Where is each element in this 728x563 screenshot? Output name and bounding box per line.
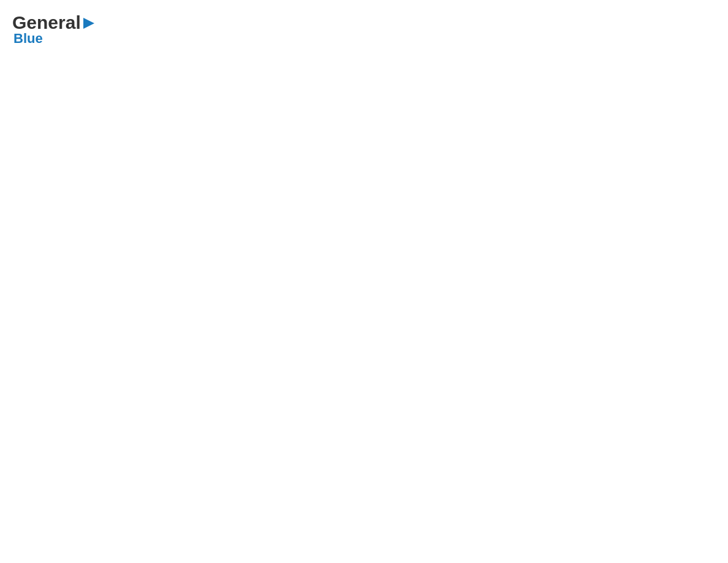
page-header: General Blue	[12, 12, 716, 47]
logo-blue-text: Blue	[13, 31, 43, 47]
svg-marker-0	[83, 18, 94, 29]
logo: General Blue	[12, 12, 96, 47]
logo-arrow-icon	[82, 17, 96, 30]
logo-general: General	[12, 12, 81, 33]
